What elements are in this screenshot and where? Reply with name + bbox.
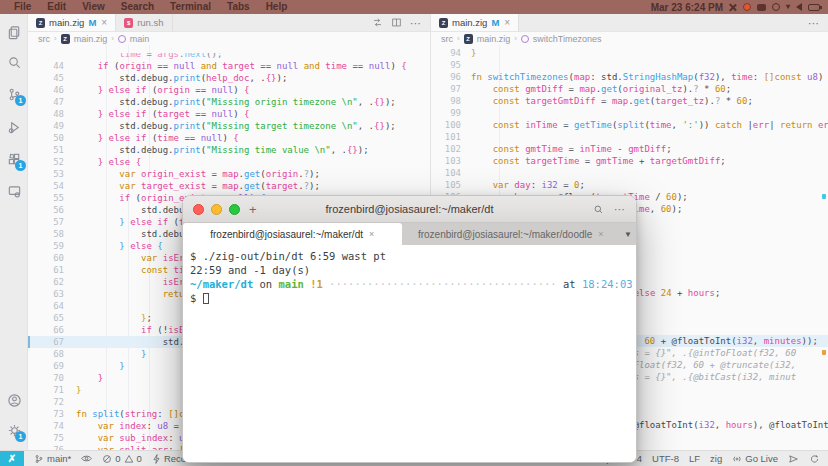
remote-explorer-icon[interactable] (0, 177, 28, 205)
line-number: 99 (431, 107, 467, 119)
code-line[interactable]: 95 (431, 59, 828, 71)
code-line[interactable]: 94} (431, 47, 828, 59)
close-icon[interactable]: × (369, 229, 374, 239)
menu-edit[interactable]: Edit (39, 0, 74, 14)
code-line[interactable]: time = args.next(); (28, 53, 430, 60)
terminal-title-bar[interactable]: + frozenbird@josiasaurel:~/maker/dt ⋯ (183, 196, 636, 223)
code-line[interactable]: 51 std.debug.print("Missing time value \… (28, 144, 430, 156)
code-line[interactable]: 52 } else { (28, 156, 430, 168)
menu-search[interactable]: Search (113, 0, 162, 14)
code-line[interactable]: 53 var origin_exist = map.get(origin.?); (28, 168, 430, 180)
new-tab-icon[interactable]: + (249, 203, 257, 216)
line-number: 104 (431, 167, 467, 179)
code-line[interactable]: 54 var target_exist = map.get(target.?); (28, 180, 430, 192)
eol-sequence[interactable]: LF (689, 453, 700, 464)
volume-icon (796, 3, 802, 11)
terminal-title-actions: ⋯ (593, 204, 636, 215)
code-line[interactable]: 97 const gmtDiff = map.get(original_tz).… (431, 83, 828, 95)
breadcrumb-item[interactable]: src (441, 34, 453, 44)
more-actions-icon[interactable]: ⋯ (614, 204, 626, 214)
close-icon[interactable]: × (504, 17, 510, 28)
code-line[interactable]: 100 const inTime = getTime(split(time, '… (431, 119, 828, 131)
menu-tabs[interactable]: Tabs (219, 0, 258, 14)
extensions-icon[interactable]: 1 (0, 145, 28, 173)
close-icon[interactable]: × (101, 17, 107, 28)
more-actions-icon[interactable]: ⋯ (808, 18, 820, 28)
language-mode[interactable]: zig (710, 453, 722, 464)
line-number: 57 (28, 216, 72, 228)
code-line[interactable]: 105 var day: i32 = 0; (431, 179, 828, 191)
settings-gear-icon[interactable]: 1 (0, 416, 28, 444)
search-icon[interactable] (593, 204, 604, 215)
code-line[interactable]: 99 (431, 107, 828, 119)
line-number: 102 (431, 143, 467, 155)
code-line[interactable]: 47 std.debug.print("Missing origin timez… (28, 96, 430, 108)
maximize-window-icon[interactable] (229, 204, 240, 215)
git-branch[interactable]: main* (34, 453, 71, 464)
line-number: 67 (28, 336, 72, 348)
modified-indicator: M (491, 17, 499, 28)
source-control-icon[interactable]: 1 (0, 80, 28, 108)
remote-indicator[interactable]: ✗ (0, 451, 24, 466)
go-live[interactable]: Go Live (732, 453, 778, 464)
tab-main-zig[interactable]: Z main.zig M × (431, 14, 519, 31)
code-line[interactable]: 96fn switchTimezones(map: std.StringHash… (431, 71, 828, 83)
close-icon[interactable]: × (598, 229, 603, 239)
more-actions-icon[interactable]: ⋯ (410, 18, 422, 28)
line-number: 65 (28, 312, 72, 324)
code-line[interactable]: 104 (431, 167, 828, 179)
line-number: 58 (28, 228, 72, 240)
terminal-tab-label: frozenbird@josiasaurel:~/maker/dt (210, 229, 363, 240)
code-line[interactable]: 103 const targetTime = gmtTime + targetG… (431, 155, 828, 167)
close-window-icon[interactable] (193, 204, 204, 215)
line-number: 60 (28, 252, 72, 264)
terminal-tab-dt[interactable]: frozenbird@josiasaurel:~/maker/dt × (183, 223, 402, 245)
terminal-tab-doodle[interactable]: frozenbird@josiasaurel:~/maker/doodle × (402, 223, 621, 245)
editor-actions: ⋯ (364, 14, 430, 31)
tab-main-zig[interactable]: Z main.zig M × (28, 14, 116, 31)
tab-label: main.zig (452, 17, 487, 28)
line-number: 66 (28, 324, 72, 336)
code-line[interactable]: 45 std.debug.print(help_doc, .{}); (28, 72, 430, 84)
encoding[interactable]: UTF-8 (652, 453, 679, 464)
breadcrumb-item[interactable]: src (38, 34, 50, 44)
code-line[interactable]: 44 if (origin == null and target == null… (28, 60, 430, 72)
explorer-icon[interactable] (0, 18, 28, 46)
recording-dot-icon (743, 3, 751, 11)
menu-help[interactable]: Help (258, 0, 296, 14)
code-line[interactable]: 98 const targetGmtDiff = map.get(target_… (431, 95, 828, 107)
sync-icon[interactable] (809, 454, 820, 464)
breadcrumb-item[interactable]: main.zig (74, 34, 108, 44)
breadcrumb-item[interactable]: main.zig (477, 34, 511, 44)
window-controls (183, 204, 240, 215)
menu-terminal[interactable]: Terminal (162, 0, 219, 14)
problems-indicator[interactable]: 0 0 (102, 453, 142, 464)
terminal-content[interactable]: $ ./zig-out/bin/dt 6:59 wast pt22:59 and… (183, 245, 636, 462)
compare-icon[interactable] (372, 17, 383, 28)
gitlens-toggle[interactable] (81, 454, 92, 463)
menu-view[interactable]: View (74, 0, 113, 14)
line-number: 100 (431, 119, 467, 131)
code-line[interactable]: 101 (431, 131, 828, 143)
code-line[interactable]: 48 } else if (target == null) { (28, 108, 430, 120)
split-editor-icon[interactable] (391, 17, 402, 28)
code-line[interactable]: 102 const gmtTime = inTime - gmtDiff; (431, 143, 828, 155)
search-icon[interactable] (0, 48, 28, 76)
terminal-tab-bar: frozenbird@josiasaurel:~/maker/dt × froz… (183, 223, 636, 245)
run-debug-icon[interactable] (0, 113, 28, 141)
tab-run-sh[interactable]: $ run.sh (116, 14, 172, 31)
code-line[interactable]: 46 } else if (origin == null) { (28, 84, 430, 96)
clock[interactable]: Mar 23 6:24 PM (651, 2, 723, 13)
breadcrumb-item[interactable]: switchTimezones (533, 34, 602, 44)
tab-list-caret-icon[interactable]: ▼ (620, 223, 636, 245)
warnings-icon (124, 454, 134, 464)
menu-file[interactable]: File (6, 0, 39, 14)
code-line[interactable]: 49 std.debug.print("Missing target timez… (28, 120, 430, 132)
chevron-right-icon: › (111, 34, 114, 43)
feedback-icon[interactable] (788, 454, 799, 464)
code-line[interactable]: 50 } else if (time == null) { (28, 132, 430, 144)
notifications-off-icon (729, 3, 737, 11)
account-icon[interactable] (0, 386, 28, 414)
breadcrumb-item[interactable]: main (130, 34, 150, 44)
minimize-window-icon[interactable] (211, 204, 222, 215)
